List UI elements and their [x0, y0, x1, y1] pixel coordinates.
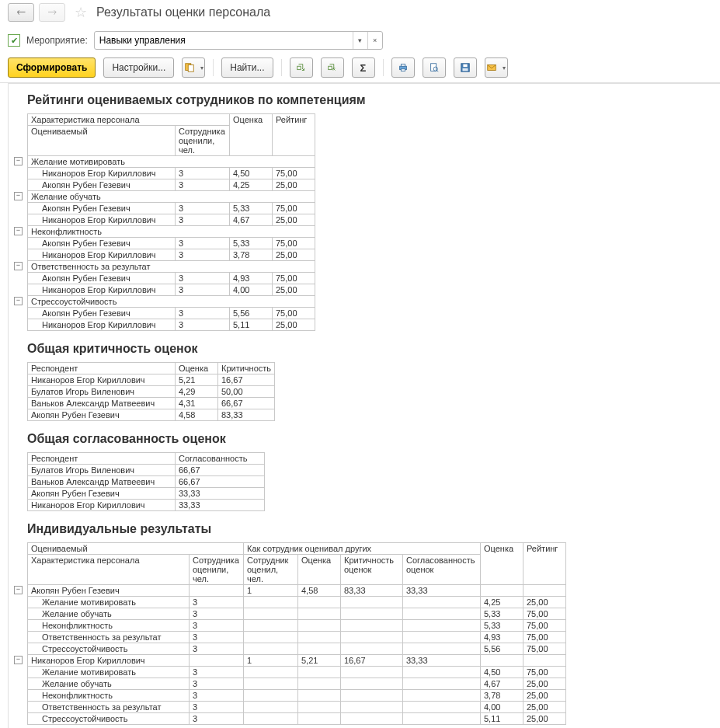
select-clear-button[interactable]: × [367, 32, 382, 49]
count-cell: 3 [176, 284, 230, 296]
variants-button[interactable]: ▾ [182, 57, 205, 78]
rating-cell: 25,00 [273, 214, 315, 226]
form-report-button[interactable]: Сформировать [8, 57, 96, 78]
score-cell: 5,56 [481, 643, 523, 655]
score-cell: 5,56 [230, 308, 273, 319]
score-cell: 5,11 [230, 319, 273, 331]
section3-title: Общая согласованность оценок [27, 432, 720, 446]
report-body: Рейтинги оцениваемых сотрудников по комп… [8, 83, 720, 728]
score-cell: 5,21 [176, 374, 218, 386]
tree-toggle[interactable]: − [14, 656, 23, 664]
employee-cell: Никаноров Егор Кириллович [28, 249, 176, 261]
employee-cell: Акопян Рубен Гезевич [28, 238, 176, 249]
characteristic-cell: Желание обучать [28, 608, 190, 620]
select-dropdown-button[interactable]: ▾ [353, 32, 367, 49]
svg-rect-5 [401, 64, 405, 67]
count-cell: 3 [176, 168, 230, 179]
score-cell: 4,67 [230, 214, 273, 226]
col-rated-people: Сотрудник оценил, чел. [244, 555, 298, 585]
respondent-cell: Никаноров Егор Кириллович [28, 374, 176, 386]
count-cell: 3 [190, 632, 244, 643]
rating-cell: 75,00 [273, 203, 315, 214]
consistency-cell: 66,67 [176, 476, 265, 488]
section1-title: Рейтинги оцениваемых сотрудников по комп… [27, 93, 720, 107]
event-select-input[interactable] [95, 35, 353, 46]
tree-toggle[interactable]: − [14, 297, 23, 305]
rating-cell: 25,00 [273, 284, 315, 296]
criticality-table: Респондент Оценка Критичность Никаноров … [27, 362, 275, 421]
save-button[interactable] [454, 57, 477, 78]
consistency-cell: 33,33 [176, 488, 265, 500]
settings-button[interactable]: Настройки... [103, 57, 174, 78]
count-cell: 3 [190, 678, 244, 690]
col-characteristic: Характеристика персонала [28, 555, 190, 585]
consistency-table: Респондент Согласованность Булатов Игорь… [27, 452, 265, 511]
tree-toggle[interactable]: − [14, 262, 23, 270]
expand-all-button[interactable] [290, 57, 313, 78]
arrow-left-icon: 🡐 [16, 7, 26, 18]
tree-toggle[interactable]: − [14, 586, 23, 594]
arrow-right-icon: 🡒 [47, 7, 57, 18]
tree-toggle[interactable]: − [14, 192, 23, 200]
col-criticality: Критичность оценок [341, 555, 403, 585]
floppy-icon [460, 62, 471, 73]
favorite-star-icon[interactable]: ☆ [70, 4, 92, 21]
respondent-cell: Акопян Рубен Гезевич [28, 488, 176, 500]
chevron-down-icon: ▾ [200, 64, 203, 71]
svg-rect-6 [401, 69, 405, 71]
characteristic-cell: Ответственность за результат [28, 632, 190, 643]
employee-cell: Акопян Рубен Гезевич [28, 273, 176, 284]
chevron-down-icon: ▾ [358, 37, 362, 44]
close-x-icon: × [373, 37, 377, 44]
group-row[interactable]: −Никаноров Егор Кириллович [28, 655, 190, 667]
rating-cell: 75,00 [273, 238, 315, 249]
count-cell: 3 [190, 713, 244, 725]
employee-cell: Акопян Рубен Гезевич [28, 179, 176, 191]
employee-cell: Акопян Рубен Гезевич [28, 203, 176, 214]
rating-cell: 75,00 [273, 168, 315, 179]
score-cell: 4,93 [481, 632, 523, 643]
count-cell: 3 [176, 249, 230, 261]
employee-cell: Никаноров Егор Кириллович [28, 214, 176, 226]
criticality-cell: 16,67 [218, 374, 275, 386]
group-row[interactable]: −Неконфликтность [28, 226, 315, 238]
col-score-others: Оценка [298, 555, 341, 585]
group-row[interactable]: −Желание обучать [28, 191, 315, 203]
preview-button[interactable] [423, 57, 446, 78]
criticality-cell: 50,00 [218, 386, 275, 398]
group-row[interactable]: −Акопян Рубен Гезевич [28, 585, 190, 597]
col-respondent: Респондент [28, 363, 176, 374]
col-rating: Рейтинг [273, 114, 315, 156]
score-others-cell: 5,21 [298, 655, 341, 667]
rating-cell: 75,00 [273, 273, 315, 284]
envelope-icon [486, 62, 497, 73]
event-select[interactable]: ▾ × [94, 31, 383, 50]
rating-cell: 75,00 [523, 643, 566, 655]
email-button[interactable]: ▾ [485, 57, 508, 78]
criticality-cell: 83,33 [341, 585, 403, 597]
score-cell: 4,50 [230, 168, 273, 179]
find-button[interactable]: Найти... [221, 57, 273, 78]
group-row[interactable]: −Желание мотивировать [28, 156, 315, 168]
score-cell: 4,58 [176, 409, 218, 421]
group-row[interactable]: −Ответственность за результат [28, 261, 315, 273]
collapse-all-button[interactable] [321, 57, 344, 78]
score-cell: 4,50 [481, 667, 523, 678]
print-button[interactable] [391, 57, 415, 78]
tree-toggle[interactable]: − [14, 227, 23, 235]
printer-icon [398, 62, 409, 73]
characteristic-cell: Желание обучать [28, 678, 190, 690]
nav-forward-button[interactable]: 🡒 [39, 3, 65, 22]
col-consistency: Согласованность [176, 453, 265, 465]
nav-back-button[interactable]: 🡐 [8, 3, 34, 22]
tree-toggle[interactable]: − [14, 157, 23, 165]
check-icon: ✔ [11, 37, 18, 45]
svg-rect-11 [462, 68, 468, 71]
group-row[interactable]: −Стрессоустойчивость [28, 296, 315, 308]
rated-people-cell: 1 [244, 585, 298, 597]
sum-button[interactable]: Σ [352, 57, 375, 78]
toolbar-divider [213, 59, 214, 76]
filter-checkbox[interactable]: ✔ [8, 34, 20, 47]
individual-table: Оцениваемый Как сотрудник оценивал други… [27, 542, 566, 725]
svg-rect-1 [188, 65, 193, 72]
